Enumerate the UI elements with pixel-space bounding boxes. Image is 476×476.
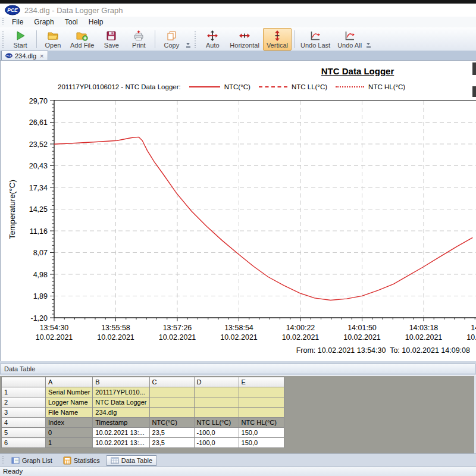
- save-button[interactable]: Save: [98, 28, 125, 51]
- grid-cell[interactable]: NTC Data Logger: [93, 397, 149, 408]
- toolbar-grip-2[interactable]: [195, 31, 196, 48]
- grid-cell[interactable]: 201117YPL010...: [93, 387, 149, 397]
- grid-column-header[interactable]: A: [46, 377, 93, 387]
- grid-cell[interactable]: 1: [46, 438, 93, 448]
- grid-cell[interactable]: Logger Name: [46, 397, 93, 408]
- open-button[interactable]: Open: [39, 28, 67, 51]
- grid-row-header[interactable]: 6: [2, 438, 46, 448]
- x-tick-time: 14:00:22: [286, 324, 315, 332]
- grid-cell[interactable]: NTC LL(°C): [194, 418, 239, 428]
- horizontal-zoom-button[interactable]: Horizontal: [226, 28, 263, 51]
- menu-help[interactable]: Help: [83, 17, 109, 27]
- grid-row-header[interactable]: 3: [2, 408, 46, 418]
- y-tick-label: 11,16: [30, 227, 48, 236]
- grid-column-header[interactable]: C: [149, 377, 194, 387]
- grid-cell[interactable]: 150,0: [239, 438, 284, 448]
- menu-file[interactable]: File: [7, 17, 29, 27]
- x-tick-time: 13:54:30: [40, 324, 69, 332]
- vertical-zoom-button[interactable]: Vertical: [263, 28, 292, 51]
- grid-cell[interactable]: 10.02.2021 13:...: [93, 438, 149, 448]
- grid-row-header[interactable]: 5: [2, 428, 46, 438]
- menubar-grip[interactable]: [2, 18, 4, 26]
- grid-row-header[interactable]: 2: [2, 397, 46, 408]
- x-tick-date: 10.02.2021: [36, 333, 73, 342]
- start-button[interactable]: Start: [7, 28, 34, 51]
- status-text: Ready: [3, 468, 23, 475]
- tab-statistics[interactable]: Statistics: [58, 455, 105, 466]
- table-row: 5010.02.2021 13:...23,5-100,0150,0: [2, 428, 284, 438]
- tab-graph-list[interactable]: Graph List: [7, 455, 57, 466]
- auto-zoom-button[interactable]: Auto: [199, 28, 226, 51]
- grid-cell[interactable]: Index: [46, 418, 93, 428]
- grid-column-header[interactable]: D: [194, 377, 239, 387]
- open-folder-icon: [47, 30, 59, 42]
- grid-cell[interactable]: 234.dlg: [93, 408, 149, 418]
- chart-plot-area[interactable]: Temperature(°C) 29,7026,6123,5220,4317,3…: [1, 61, 476, 362]
- add-file-button[interactable]: Add File: [67, 28, 98, 51]
- grid-column-header[interactable]: E: [239, 377, 284, 387]
- toolbar: Start Open Add File Save: [0, 27, 476, 51]
- grid-row-header[interactable]: 1: [2, 387, 46, 397]
- toolbar-overflow-button-2[interactable]: [365, 29, 371, 49]
- bottom-tabbar-grip[interactable]: [2, 456, 4, 465]
- grid-cell[interactable]: Serial Number: [46, 387, 93, 397]
- y-tick-label: 20,43: [29, 162, 48, 170]
- x-tick-date: 10.02.2021: [405, 333, 443, 342]
- grid-cell[interactable]: [194, 387, 239, 397]
- x-tick-time: 14:03:18: [409, 324, 439, 332]
- chart-legend: 201117YPL0106012 - NTC Data Logger: NTC(…: [58, 82, 405, 91]
- grid-row-header[interactable]: 4: [2, 418, 46, 428]
- legend-dotted-line-swatch: [336, 86, 364, 87]
- x-tick-time: 14:04:46: [471, 324, 476, 332]
- grid-cell[interactable]: [239, 387, 284, 397]
- grid-column-header[interactable]: B: [93, 377, 149, 387]
- undo-all-button[interactable]: Undo All: [334, 28, 365, 51]
- window-edge-artifact: [472, 86, 476, 97]
- tab-data-table[interactable]: Data Table: [106, 455, 157, 466]
- grid-cell[interactable]: NTC(°C): [149, 418, 194, 428]
- grid-cell[interactable]: -100,0: [194, 428, 239, 438]
- grid-cell[interactable]: [149, 387, 194, 397]
- grid-cell[interactable]: 10.02.2021 13:...: [93, 428, 149, 438]
- tab-close-icon[interactable]: ×: [39, 53, 43, 59]
- data-table-panel-caption: Data Table: [0, 364, 475, 374]
- legend-label-ntc-ll: NTC LL(°C): [292, 83, 327, 90]
- grid-cell[interactable]: NTC HL(°C): [239, 418, 284, 428]
- toolbar-overflow-button[interactable]: [185, 29, 191, 49]
- data-grid: ABCDE1Serial Number201117YPL010...2Logge…: [1, 377, 284, 448]
- grid-cell[interactable]: 150,0: [239, 428, 284, 438]
- table-row: 2Logger NameNTC Data Logger: [2, 397, 284, 408]
- bottom-tabbar: Graph List Statistics Data Table: [0, 453, 476, 466]
- table-row: 4IndexTimestampNTC(°C)NTC LL(°C)NTC HL(°…: [2, 418, 284, 428]
- toolbar-separator: [36, 30, 37, 48]
- grid-cell[interactable]: -100,0: [194, 438, 239, 448]
- grid-cell[interactable]: File Name: [46, 408, 93, 418]
- grid-cell[interactable]: 23,5: [149, 438, 194, 448]
- grid-cell[interactable]: [149, 408, 194, 418]
- grid-cell[interactable]: [239, 397, 284, 408]
- tab-234dlg[interactable]: PCE 234.dlg ×: [1, 51, 48, 60]
- grid-cell[interactable]: Timestamp: [93, 418, 149, 428]
- copy-button[interactable]: Copy: [158, 28, 185, 51]
- grid-corner-header[interactable]: [2, 377, 46, 387]
- x-tick-date: 10.02.2021: [343, 333, 381, 342]
- app-logo-icon: PCE: [5, 5, 20, 15]
- print-button[interactable]: Print: [125, 28, 152, 51]
- svg-text:PCE: PCE: [7, 7, 18, 13]
- chart-title: NTC Data Logger: [298, 66, 417, 76]
- grid-cell[interactable]: [194, 397, 239, 408]
- grid-cell[interactable]: 0: [46, 428, 93, 438]
- undo-last-button[interactable]: Undo Last: [297, 28, 334, 51]
- menu-graph[interactable]: Graph: [29, 17, 59, 27]
- grid-cell[interactable]: 23,5: [149, 428, 194, 438]
- toolbar-grip-1[interactable]: [2, 31, 4, 48]
- y-tick-label: 14,25: [29, 205, 48, 214]
- titlebar: PCE 234.dlg - Data Logger Graph: [0, 4, 476, 17]
- grid-cell[interactable]: [194, 408, 239, 418]
- x-tick-time: 13:57:26: [163, 324, 192, 332]
- grid-cell[interactable]: [239, 408, 284, 418]
- save-icon: [105, 30, 117, 42]
- menu-tool[interactable]: Tool: [60, 17, 83, 27]
- app-window: PCE 234.dlg - Data Logger Graph File Gra…: [0, 0, 476, 476]
- grid-cell[interactable]: [149, 397, 194, 408]
